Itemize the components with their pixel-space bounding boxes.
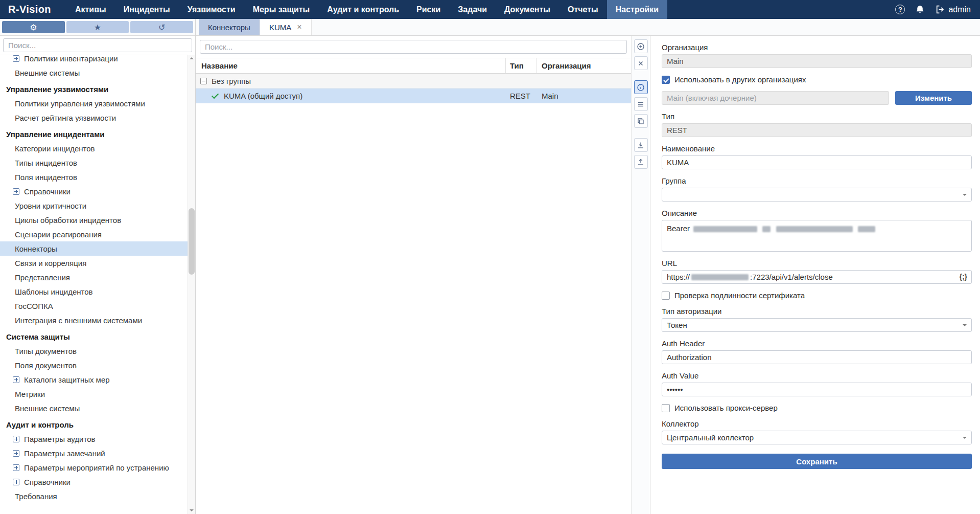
tab-kuma[interactable]: KUMA ×: [260, 19, 312, 35]
collapse-minus-icon[interactable]: [200, 78, 207, 84]
tree-item[interactable]: Параметры аудитов: [0, 432, 188, 446]
tree-item-label: Связи и корреляция: [15, 259, 86, 267]
tree-item[interactable]: Уровни критичности: [0, 198, 188, 213]
nav-item[interactable]: Задачи: [449, 0, 496, 19]
column-header-type[interactable]: Тип: [506, 58, 536, 73]
tree-item-label: Каталоги защитных мер: [24, 375, 110, 384]
expand-plus-icon[interactable]: [13, 376, 19, 383]
tree-item-label: Категории инцидентов: [15, 144, 95, 153]
bell-icon[interactable]: [915, 5, 925, 14]
checkbox-unchecked-icon[interactable]: [662, 292, 670, 300]
tab-settings-tree[interactable]: ⚙: [2, 21, 65, 33]
sidebar-search-input[interactable]: [3, 38, 192, 52]
tree-item[interactable]: Интеграция с внешними системами: [0, 313, 188, 327]
tab-connectors[interactable]: Коннекторы: [199, 19, 260, 35]
proxy-checkbox-label: Использовать прокси-сервер: [674, 404, 778, 412]
checkbox-unchecked-icon[interactable]: [662, 404, 670, 412]
sidebar-scrollbar[interactable]: [188, 55, 195, 514]
info-icon[interactable]: [634, 80, 648, 94]
scroll-up-icon[interactable]: [190, 57, 194, 59]
tree-item[interactable]: Циклы обработки инцидентов: [0, 213, 188, 227]
tree-item[interactable]: Типы инцидентов: [0, 155, 188, 170]
proxy-checkbox-row[interactable]: Использовать прокси-сервер: [662, 404, 972, 412]
tree-item[interactable]: Требования: [0, 489, 188, 503]
nav-item[interactable]: Активы: [66, 0, 115, 19]
nav-item[interactable]: Инциденты: [115, 0, 179, 19]
auth-value-input[interactable]: [662, 383, 972, 396]
delete-icon[interactable]: [634, 56, 648, 70]
export-icon[interactable]: [634, 155, 648, 169]
group-row[interactable]: Без группы: [196, 74, 631, 88]
auth-type-select[interactable]: Токен: [662, 318, 972, 332]
nav-item[interactable]: Отчеты: [559, 0, 607, 19]
tree-item[interactable]: Поля инцидентов: [0, 170, 188, 184]
scroll-down-icon[interactable]: [190, 509, 194, 511]
save-button[interactable]: Сохранить: [662, 454, 972, 469]
tree-item[interactable]: Каталоги защитных мер: [0, 372, 188, 387]
tree-item[interactable]: Политики инвентаризации: [0, 55, 188, 65]
tree-item-label: Параметры замечаний: [24, 449, 105, 458]
name-input[interactable]: [662, 155, 972, 169]
tree-item[interactable]: Поля документов: [0, 358, 188, 372]
change-button[interactable]: Изменить: [895, 91, 972, 105]
tree-item[interactable]: Справочники: [0, 475, 188, 489]
table-row[interactable]: KUMA (общий доступ) REST Main: [196, 88, 631, 103]
tree-item[interactable]: Управление инцидентами: [0, 127, 188, 141]
tree-item[interactable]: Аудит и контроль: [0, 417, 188, 432]
tree-item[interactable]: Категории инцидентов: [0, 141, 188, 155]
expand-plus-icon[interactable]: [13, 55, 19, 62]
nav-item[interactable]: Меры защиты: [244, 0, 319, 19]
tree-item[interactable]: Коннекторы: [0, 241, 188, 256]
expand-plus-icon[interactable]: [13, 464, 19, 471]
tree-item[interactable]: Связи и корреляция: [0, 256, 188, 270]
checkbox-checked-icon[interactable]: [662, 76, 670, 84]
tab-favorites[interactable]: ★: [66, 21, 129, 33]
scrollbar-thumb[interactable]: [189, 208, 195, 275]
nav-item[interactable]: Аудит и контроль: [318, 0, 408, 19]
variables-icon[interactable]: {;}: [959, 273, 967, 281]
tree-item[interactable]: Метрики: [0, 387, 188, 401]
share-checkbox-row[interactable]: Использовать в других организациях: [662, 75, 972, 84]
expand-plus-icon[interactable]: [13, 436, 19, 442]
tree-item[interactable]: Система защиты: [0, 329, 188, 344]
tree-item[interactable]: Управление уязвимостями: [0, 82, 188, 96]
nav-item[interactable]: Риски: [408, 0, 449, 19]
user-menu[interactable]: admin: [935, 5, 971, 14]
close-tab-icon[interactable]: ×: [297, 23, 301, 31]
add-icon[interactable]: [634, 39, 648, 53]
collector-select[interactable]: Центральный коллектор: [662, 431, 972, 444]
expand-plus-icon[interactable]: [13, 188, 19, 195]
tab-connectors-label: Коннекторы: [208, 23, 250, 32]
list-search-input[interactable]: [200, 40, 627, 54]
url-input[interactable]: https:// :7223/api/v1/alerts/close {;}: [662, 270, 972, 284]
tree-item[interactable]: ГосСОПКА: [0, 299, 188, 313]
column-header-org[interactable]: Организация: [536, 58, 631, 73]
column-header-name[interactable]: Название: [196, 58, 506, 73]
tree-item[interactable]: Справочники: [0, 184, 188, 198]
type-input: [662, 123, 972, 137]
auth-header-input[interactable]: [662, 350, 972, 364]
cert-checkbox-row[interactable]: Проверка подлинности сертификата: [662, 291, 972, 300]
tree-item[interactable]: Параметры мероприятий по устранению: [0, 460, 188, 475]
nav-item[interactable]: Уязвимости: [179, 0, 244, 19]
expand-plus-icon[interactable]: [13, 450, 19, 457]
tree-item[interactable]: Параметры замечаний: [0, 446, 188, 460]
tree-item[interactable]: Расчет рейтинга уязвимости: [0, 110, 188, 125]
copy-icon[interactable]: [634, 114, 648, 128]
tree-item[interactable]: Сценарии реагирования: [0, 227, 188, 241]
help-icon[interactable]: ?: [895, 5, 905, 14]
nav-item[interactable]: Настройки: [607, 0, 667, 19]
description-textarea[interactable]: Bearer: [662, 220, 972, 252]
list-icon[interactable]: [634, 97, 648, 111]
tree-item[interactable]: Шаблоны инцидентов: [0, 284, 188, 299]
tree-item[interactable]: Представления: [0, 270, 188, 284]
import-icon[interactable]: [634, 138, 648, 152]
tree-item[interactable]: Внешние системы: [0, 65, 188, 80]
tree-item[interactable]: Типы документов: [0, 344, 188, 358]
expand-plus-icon[interactable]: [13, 479, 19, 485]
tree-item[interactable]: Политики управления уязвимостями: [0, 96, 188, 110]
nav-item[interactable]: Документы: [496, 0, 559, 19]
group-select[interactable]: [662, 188, 972, 202]
tab-history[interactable]: ↺: [130, 21, 193, 33]
tree-item[interactable]: Внешние системы: [0, 401, 188, 415]
